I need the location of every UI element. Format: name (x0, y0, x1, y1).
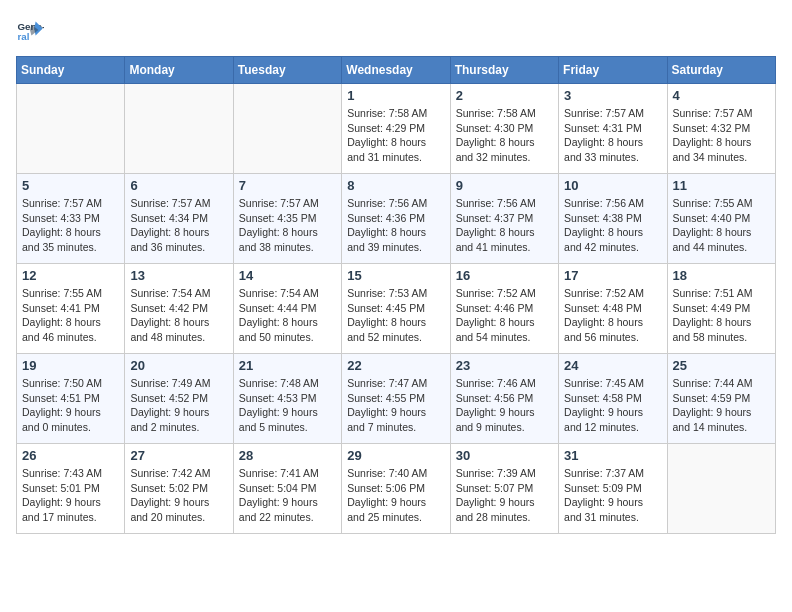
day-info: Sunrise: 7:42 AMSunset: 5:02 PMDaylight:… (130, 466, 227, 525)
day-info: Sunrise: 7:43 AMSunset: 5:01 PMDaylight:… (22, 466, 119, 525)
calendar-cell (667, 444, 775, 534)
day-number: 11 (673, 178, 770, 193)
calendar-cell: 8Sunrise: 7:56 AMSunset: 4:36 PMDaylight… (342, 174, 450, 264)
day-number: 21 (239, 358, 336, 373)
calendar-cell: 23Sunrise: 7:46 AMSunset: 4:56 PMDayligh… (450, 354, 558, 444)
calendar-cell (125, 84, 233, 174)
calendar-cell: 13Sunrise: 7:54 AMSunset: 4:42 PMDayligh… (125, 264, 233, 354)
calendar-cell: 22Sunrise: 7:47 AMSunset: 4:55 PMDayligh… (342, 354, 450, 444)
calendar-cell: 3Sunrise: 7:57 AMSunset: 4:31 PMDaylight… (559, 84, 667, 174)
calendar-cell: 1Sunrise: 7:58 AMSunset: 4:29 PMDaylight… (342, 84, 450, 174)
day-number: 8 (347, 178, 444, 193)
day-number: 23 (456, 358, 553, 373)
calendar-cell: 5Sunrise: 7:57 AMSunset: 4:33 PMDaylight… (17, 174, 125, 264)
day-number: 28 (239, 448, 336, 463)
day-number: 14 (239, 268, 336, 283)
calendar-cell: 25Sunrise: 7:44 AMSunset: 4:59 PMDayligh… (667, 354, 775, 444)
day-info: Sunrise: 7:55 AMSunset: 4:41 PMDaylight:… (22, 286, 119, 345)
day-info: Sunrise: 7:57 AMSunset: 4:32 PMDaylight:… (673, 106, 770, 165)
day-number: 19 (22, 358, 119, 373)
svg-text:ral: ral (17, 31, 29, 42)
day-info: Sunrise: 7:50 AMSunset: 4:51 PMDaylight:… (22, 376, 119, 435)
day-info: Sunrise: 7:40 AMSunset: 5:06 PMDaylight:… (347, 466, 444, 525)
day-info: Sunrise: 7:46 AMSunset: 4:56 PMDaylight:… (456, 376, 553, 435)
day-number: 10 (564, 178, 661, 193)
calendar-cell: 26Sunrise: 7:43 AMSunset: 5:01 PMDayligh… (17, 444, 125, 534)
day-number: 2 (456, 88, 553, 103)
day-info: Sunrise: 7:57 AMSunset: 4:35 PMDaylight:… (239, 196, 336, 255)
day-number: 4 (673, 88, 770, 103)
calendar-week-5: 26Sunrise: 7:43 AMSunset: 5:01 PMDayligh… (17, 444, 776, 534)
calendar-cell: 6Sunrise: 7:57 AMSunset: 4:34 PMDaylight… (125, 174, 233, 264)
calendar-cell: 18Sunrise: 7:51 AMSunset: 4:49 PMDayligh… (667, 264, 775, 354)
calendar-cell: 28Sunrise: 7:41 AMSunset: 5:04 PMDayligh… (233, 444, 341, 534)
calendar-week-2: 5Sunrise: 7:57 AMSunset: 4:33 PMDaylight… (17, 174, 776, 264)
day-info: Sunrise: 7:54 AMSunset: 4:42 PMDaylight:… (130, 286, 227, 345)
day-number: 16 (456, 268, 553, 283)
day-number: 29 (347, 448, 444, 463)
day-info: Sunrise: 7:57 AMSunset: 4:34 PMDaylight:… (130, 196, 227, 255)
day-info: Sunrise: 7:56 AMSunset: 4:38 PMDaylight:… (564, 196, 661, 255)
day-number: 22 (347, 358, 444, 373)
logo-icon: Gene- ral (16, 16, 44, 44)
day-header-wednesday: Wednesday (342, 57, 450, 84)
day-number: 15 (347, 268, 444, 283)
day-info: Sunrise: 7:48 AMSunset: 4:53 PMDaylight:… (239, 376, 336, 435)
calendar-header-row: SundayMondayTuesdayWednesdayThursdayFrid… (17, 57, 776, 84)
day-number: 7 (239, 178, 336, 193)
calendar-week-4: 19Sunrise: 7:50 AMSunset: 4:51 PMDayligh… (17, 354, 776, 444)
day-info: Sunrise: 7:54 AMSunset: 4:44 PMDaylight:… (239, 286, 336, 345)
calendar-cell (233, 84, 341, 174)
calendar-cell: 12Sunrise: 7:55 AMSunset: 4:41 PMDayligh… (17, 264, 125, 354)
calendar-cell: 24Sunrise: 7:45 AMSunset: 4:58 PMDayligh… (559, 354, 667, 444)
calendar-cell: 29Sunrise: 7:40 AMSunset: 5:06 PMDayligh… (342, 444, 450, 534)
day-number: 1 (347, 88, 444, 103)
day-info: Sunrise: 7:41 AMSunset: 5:04 PMDaylight:… (239, 466, 336, 525)
calendar-cell: 21Sunrise: 7:48 AMSunset: 4:53 PMDayligh… (233, 354, 341, 444)
day-number: 3 (564, 88, 661, 103)
calendar-cell: 7Sunrise: 7:57 AMSunset: 4:35 PMDaylight… (233, 174, 341, 264)
day-number: 12 (22, 268, 119, 283)
day-header-saturday: Saturday (667, 57, 775, 84)
day-info: Sunrise: 7:57 AMSunset: 4:31 PMDaylight:… (564, 106, 661, 165)
day-number: 27 (130, 448, 227, 463)
calendar-cell: 11Sunrise: 7:55 AMSunset: 4:40 PMDayligh… (667, 174, 775, 264)
calendar-cell: 30Sunrise: 7:39 AMSunset: 5:07 PMDayligh… (450, 444, 558, 534)
day-info: Sunrise: 7:55 AMSunset: 4:40 PMDaylight:… (673, 196, 770, 255)
calendar-cell: 17Sunrise: 7:52 AMSunset: 4:48 PMDayligh… (559, 264, 667, 354)
day-info: Sunrise: 7:57 AMSunset: 4:33 PMDaylight:… (22, 196, 119, 255)
day-info: Sunrise: 7:37 AMSunset: 5:09 PMDaylight:… (564, 466, 661, 525)
day-header-sunday: Sunday (17, 57, 125, 84)
calendar-cell: 19Sunrise: 7:50 AMSunset: 4:51 PMDayligh… (17, 354, 125, 444)
day-info: Sunrise: 7:53 AMSunset: 4:45 PMDaylight:… (347, 286, 444, 345)
day-number: 13 (130, 268, 227, 283)
day-info: Sunrise: 7:45 AMSunset: 4:58 PMDaylight:… (564, 376, 661, 435)
calendar-cell: 20Sunrise: 7:49 AMSunset: 4:52 PMDayligh… (125, 354, 233, 444)
day-header-friday: Friday (559, 57, 667, 84)
calendar-cell: 2Sunrise: 7:58 AMSunset: 4:30 PMDaylight… (450, 84, 558, 174)
page-header: Gene- ral (16, 16, 776, 44)
day-number: 26 (22, 448, 119, 463)
calendar-table: SundayMondayTuesdayWednesdayThursdayFrid… (16, 56, 776, 534)
day-number: 24 (564, 358, 661, 373)
day-info: Sunrise: 7:51 AMSunset: 4:49 PMDaylight:… (673, 286, 770, 345)
day-number: 20 (130, 358, 227, 373)
day-number: 25 (673, 358, 770, 373)
day-number: 18 (673, 268, 770, 283)
calendar-cell: 16Sunrise: 7:52 AMSunset: 4:46 PMDayligh… (450, 264, 558, 354)
calendar-cell: 14Sunrise: 7:54 AMSunset: 4:44 PMDayligh… (233, 264, 341, 354)
calendar-cell: 10Sunrise: 7:56 AMSunset: 4:38 PMDayligh… (559, 174, 667, 264)
day-number: 30 (456, 448, 553, 463)
day-info: Sunrise: 7:47 AMSunset: 4:55 PMDaylight:… (347, 376, 444, 435)
day-info: Sunrise: 7:52 AMSunset: 4:46 PMDaylight:… (456, 286, 553, 345)
calendar-cell: 15Sunrise: 7:53 AMSunset: 4:45 PMDayligh… (342, 264, 450, 354)
day-number: 17 (564, 268, 661, 283)
calendar-cell: 31Sunrise: 7:37 AMSunset: 5:09 PMDayligh… (559, 444, 667, 534)
logo: Gene- ral (16, 16, 48, 44)
day-header-monday: Monday (125, 57, 233, 84)
day-number: 9 (456, 178, 553, 193)
day-info: Sunrise: 7:56 AMSunset: 4:36 PMDaylight:… (347, 196, 444, 255)
day-number: 6 (130, 178, 227, 193)
calendar-cell: 4Sunrise: 7:57 AMSunset: 4:32 PMDaylight… (667, 84, 775, 174)
day-info: Sunrise: 7:44 AMSunset: 4:59 PMDaylight:… (673, 376, 770, 435)
